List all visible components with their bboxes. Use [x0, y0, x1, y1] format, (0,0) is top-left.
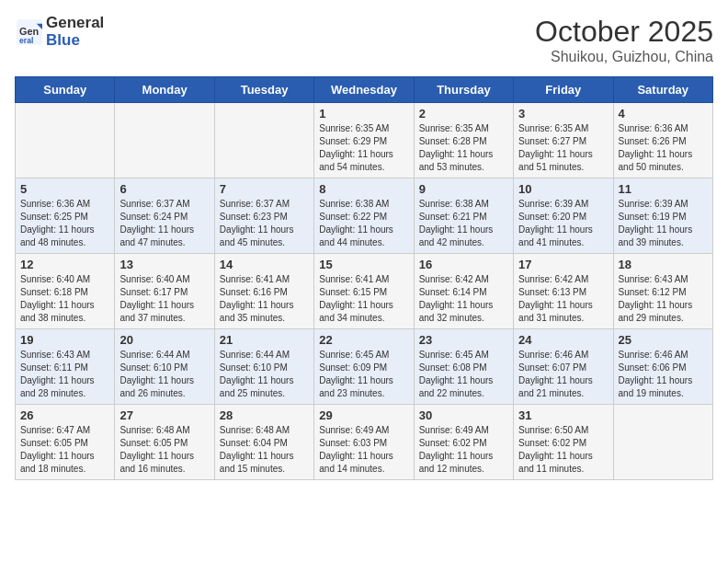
day-number: 29: [319, 408, 408, 422]
day-info: Sunrise: 6:35 AM Sunset: 6:29 PM Dayligh…: [319, 122, 408, 174]
calendar-cell: 17Sunrise: 6:42 AM Sunset: 6:13 PM Dayli…: [514, 254, 613, 329]
day-number: 2: [419, 107, 508, 121]
calendar-cell: 4Sunrise: 6:36 AM Sunset: 6:26 PM Daylig…: [613, 103, 712, 178]
page-header: Gen eral General Blue October 2025 Shuik…: [15, 15, 713, 65]
day-info: Sunrise: 6:44 AM Sunset: 6:10 PM Dayligh…: [119, 349, 209, 400]
column-header-tuesday: Tuesday: [214, 77, 313, 103]
calendar-cell: 16Sunrise: 6:42 AM Sunset: 6:14 PM Dayli…: [414, 254, 513, 329]
day-number: 7: [220, 182, 309, 196]
day-number: 3: [518, 107, 608, 121]
calendar-cell: 9Sunrise: 6:38 AM Sunset: 6:21 PM Daylig…: [414, 178, 513, 254]
day-number: 20: [119, 333, 209, 347]
calendar-cell: 11Sunrise: 6:39 AM Sunset: 6:19 PM Dayli…: [613, 178, 712, 254]
column-header-wednesday: Wednesday: [314, 77, 414, 103]
day-number: 11: [619, 182, 708, 196]
calendar-cell: 31Sunrise: 6:50 AM Sunset: 6:02 PM Dayli…: [514, 405, 613, 480]
day-number: 27: [119, 408, 209, 422]
calendar-cell: [214, 103, 313, 178]
day-number: 26: [20, 408, 109, 422]
title-block: October 2025 Shuikou, Guizhou, China: [535, 15, 713, 65]
day-info: Sunrise: 6:48 AM Sunset: 6:04 PM Dayligh…: [220, 424, 309, 476]
calendar-week-4: 19Sunrise: 6:43 AM Sunset: 6:11 PM Dayli…: [16, 329, 713, 405]
day-number: 25: [619, 333, 708, 347]
calendar-cell: 18Sunrise: 6:43 AM Sunset: 6:12 PM Dayli…: [613, 254, 712, 329]
logo-icon: Gen eral: [17, 19, 42, 45]
day-number: 14: [220, 258, 309, 271]
day-info: Sunrise: 6:42 AM Sunset: 6:14 PM Dayligh…: [419, 273, 508, 325]
column-header-friday: Friday: [514, 77, 613, 103]
logo: Gen eral General Blue: [15, 15, 104, 49]
calendar-cell: 23Sunrise: 6:45 AM Sunset: 6:08 PM Dayli…: [414, 329, 513, 405]
day-number: 22: [319, 333, 408, 347]
day-info: Sunrise: 6:40 AM Sunset: 6:18 PM Dayligh…: [20, 273, 109, 325]
day-info: Sunrise: 6:46 AM Sunset: 6:07 PM Dayligh…: [518, 349, 608, 400]
calendar-cell: 3Sunrise: 6:35 AM Sunset: 6:27 PM Daylig…: [514, 103, 613, 178]
day-info: Sunrise: 6:38 AM Sunset: 6:21 PM Dayligh…: [419, 198, 508, 249]
calendar-cell: 8Sunrise: 6:38 AM Sunset: 6:22 PM Daylig…: [314, 178, 414, 254]
day-info: Sunrise: 6:48 AM Sunset: 6:05 PM Dayligh…: [119, 424, 209, 476]
day-info: Sunrise: 6:45 AM Sunset: 6:08 PM Dayligh…: [419, 349, 508, 400]
calendar-cell: 1Sunrise: 6:35 AM Sunset: 6:29 PM Daylig…: [314, 103, 414, 178]
calendar-table: SundayMondayTuesdayWednesdayThursdayFrid…: [15, 76, 713, 480]
day-number: 28: [220, 408, 309, 422]
day-number: 23: [419, 333, 508, 347]
calendar-header-row: SundayMondayTuesdayWednesdayThursdayFrid…: [16, 77, 713, 103]
day-info: Sunrise: 6:45 AM Sunset: 6:09 PM Dayligh…: [319, 349, 408, 400]
day-number: 18: [619, 258, 708, 271]
column-header-saturday: Saturday: [613, 77, 712, 103]
column-header-sunday: Sunday: [16, 77, 115, 103]
calendar-cell: 24Sunrise: 6:46 AM Sunset: 6:07 PM Dayli…: [514, 329, 613, 405]
day-number: 1: [319, 107, 408, 121]
calendar-cell: 26Sunrise: 6:47 AM Sunset: 6:05 PM Dayli…: [16, 405, 115, 480]
day-info: Sunrise: 6:36 AM Sunset: 6:25 PM Dayligh…: [20, 198, 109, 249]
column-header-monday: Monday: [115, 77, 214, 103]
calendar-cell: 29Sunrise: 6:49 AM Sunset: 6:03 PM Dayli…: [314, 405, 414, 480]
day-info: Sunrise: 6:35 AM Sunset: 6:27 PM Dayligh…: [518, 122, 608, 174]
day-number: 13: [119, 258, 209, 271]
day-number: 21: [220, 333, 309, 347]
calendar-cell: 19Sunrise: 6:43 AM Sunset: 6:11 PM Dayli…: [16, 329, 115, 405]
svg-text:eral: eral: [19, 35, 33, 44]
calendar-cell: [115, 103, 214, 178]
calendar-week-3: 12Sunrise: 6:40 AM Sunset: 6:18 PM Dayli…: [16, 254, 713, 329]
day-info: Sunrise: 6:37 AM Sunset: 6:23 PM Dayligh…: [220, 198, 309, 249]
calendar-cell: 5Sunrise: 6:36 AM Sunset: 6:25 PM Daylig…: [16, 178, 115, 254]
day-info: Sunrise: 6:41 AM Sunset: 6:16 PM Dayligh…: [220, 273, 309, 325]
day-number: 6: [119, 182, 209, 196]
day-number: 5: [20, 182, 109, 196]
day-number: 16: [419, 258, 508, 271]
day-info: Sunrise: 6:44 AM Sunset: 6:10 PM Dayligh…: [220, 349, 309, 400]
calendar-week-2: 5Sunrise: 6:36 AM Sunset: 6:25 PM Daylig…: [16, 178, 713, 254]
day-number: 4: [619, 107, 708, 121]
calendar-cell: 27Sunrise: 6:48 AM Sunset: 6:05 PM Dayli…: [115, 405, 214, 480]
calendar-cell: [613, 405, 712, 480]
calendar-cell: 20Sunrise: 6:44 AM Sunset: 6:10 PM Dayli…: [115, 329, 214, 405]
day-info: Sunrise: 6:39 AM Sunset: 6:19 PM Dayligh…: [619, 198, 708, 249]
day-number: 8: [319, 182, 408, 196]
calendar-week-5: 26Sunrise: 6:47 AM Sunset: 6:05 PM Dayli…: [16, 405, 713, 480]
calendar-cell: 6Sunrise: 6:37 AM Sunset: 6:24 PM Daylig…: [115, 178, 214, 254]
logo-general: General: [46, 15, 104, 32]
calendar-cell: 10Sunrise: 6:39 AM Sunset: 6:20 PM Dayli…: [514, 178, 613, 254]
day-number: 24: [518, 333, 608, 347]
day-info: Sunrise: 6:46 AM Sunset: 6:06 PM Dayligh…: [619, 349, 708, 400]
calendar-cell: 12Sunrise: 6:40 AM Sunset: 6:18 PM Dayli…: [16, 254, 115, 329]
day-info: Sunrise: 6:43 AM Sunset: 6:12 PM Dayligh…: [619, 273, 708, 325]
calendar-cell: 13Sunrise: 6:40 AM Sunset: 6:17 PM Dayli…: [115, 254, 214, 329]
day-info: Sunrise: 6:49 AM Sunset: 6:02 PM Dayligh…: [419, 424, 508, 476]
calendar-week-1: 1Sunrise: 6:35 AM Sunset: 6:29 PM Daylig…: [16, 103, 713, 178]
day-info: Sunrise: 6:43 AM Sunset: 6:11 PM Dayligh…: [20, 349, 109, 400]
logo-blue: Blue: [46, 32, 104, 50]
column-header-thursday: Thursday: [414, 77, 513, 103]
day-number: 31: [518, 408, 608, 422]
day-info: Sunrise: 6:50 AM Sunset: 6:02 PM Dayligh…: [518, 424, 608, 476]
calendar-cell: 7Sunrise: 6:37 AM Sunset: 6:23 PM Daylig…: [214, 178, 313, 254]
day-info: Sunrise: 6:49 AM Sunset: 6:03 PM Dayligh…: [319, 424, 408, 476]
day-info: Sunrise: 6:41 AM Sunset: 6:15 PM Dayligh…: [319, 273, 408, 325]
day-info: Sunrise: 6:42 AM Sunset: 6:13 PM Dayligh…: [518, 273, 608, 325]
day-number: 15: [319, 258, 408, 271]
day-number: 10: [518, 182, 608, 196]
page-title: October 2025: [535, 15, 713, 49]
day-number: 17: [518, 258, 608, 271]
day-number: 30: [419, 408, 508, 422]
